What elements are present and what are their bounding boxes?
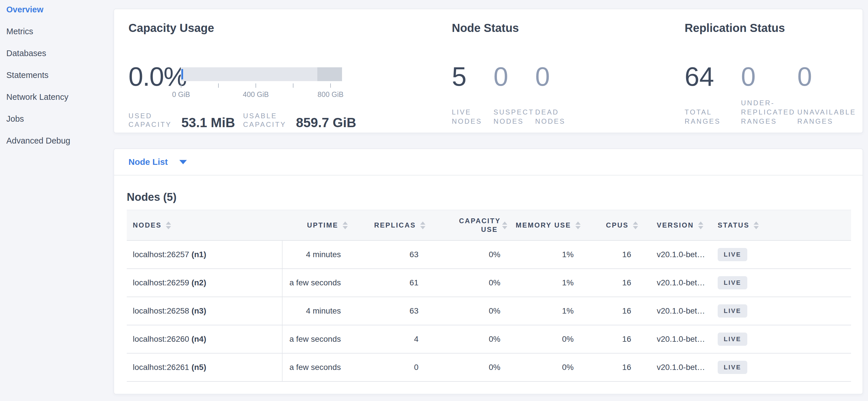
status-badge: LIVE [718, 248, 747, 261]
stat-label: TOTAL RANGES [685, 97, 741, 126]
capacity-bar [181, 67, 342, 81]
cluster-summary-card: Capacity Usage 0.0% [114, 9, 863, 133]
column-header-label: MEMORY USE [516, 221, 571, 230]
sidebar-item-statements[interactable]: Statements [6, 70, 110, 80]
uptime-cell: a few seconds [282, 353, 351, 381]
sidebar-item-network-latency[interactable]: Network Latency [6, 92, 110, 102]
node-address-cell[interactable]: localhost:26261(n5) [127, 353, 282, 381]
usable-capacity-metric: USABLE CAPACITY 859.7 GiB [243, 112, 356, 129]
node-row-n5[interactable]: localhost:26261(n5)a few seconds00%0%16v… [127, 353, 851, 381]
stat-label: SUSPECT NODES [494, 97, 535, 126]
capacity-bar-used-marker [181, 69, 183, 79]
cpus-cell: 16 [584, 353, 642, 381]
version-cell: v20.1.0-bet… [642, 269, 713, 297]
capacity-use-cell: 0% [429, 297, 511, 325]
sidebar-item-metrics[interactable]: Metrics [6, 26, 110, 36]
column-header-label: CPUS [606, 221, 628, 230]
chevron-down-icon[interactable] [179, 160, 187, 164]
column-header-label: NODES [133, 221, 161, 230]
cpus-cell: 16 [584, 240, 642, 269]
stat-unavailable-ranges: 0UNAVAILABLE RANGES [797, 63, 854, 126]
node-row-n3[interactable]: localhost:26258(n3)4 minutes630%1%16v20.… [127, 297, 851, 325]
nodes-section-title: Nodes (5) [127, 191, 850, 203]
sort-arrows-icon[interactable] [633, 222, 638, 229]
column-header-memory-use[interactable]: MEMORY USE [511, 210, 584, 240]
stat-label: UNDER-REPLICATED RANGES [741, 97, 797, 126]
capacity-usage-section: Capacity Usage 0.0% [128, 21, 447, 129]
sidebar-item-advanced-debug[interactable]: Advanced Debug [6, 136, 110, 146]
column-header-nodes[interactable]: NODES [127, 210, 282, 240]
cpus-cell: 16 [584, 325, 642, 353]
capacity-use-cell: 0% [429, 353, 511, 381]
stat-value: 5 [452, 63, 494, 90]
column-header-label: REPLICAS [374, 221, 416, 230]
sort-arrows-icon[interactable] [166, 222, 171, 229]
node-address-cell[interactable]: localhost:26257(n1) [127, 240, 282, 269]
node-address: localhost:26258 [133, 306, 189, 315]
stat-under-replicated-ranges: 0UNDER-REPLICATED RANGES [741, 63, 797, 126]
node-list-dropdown[interactable]: Node List [128, 157, 168, 167]
nodes-table: NODESUPTIMEREPLICASCAPACITY USEMEMORY US… [127, 210, 851, 382]
memory-use-cell: 1% [511, 269, 584, 297]
sort-arrows-icon[interactable] [343, 222, 348, 229]
status-badge: LIVE [718, 276, 747, 289]
memory-use-cell: 0% [511, 325, 584, 353]
replicas-cell: 63 [351, 297, 429, 325]
stat-value: 0 [494, 63, 535, 90]
column-header-capacity-use[interactable]: CAPACITY USE [429, 210, 511, 240]
version-cell: v20.1.0-bet… [642, 325, 713, 353]
used-capacity-label: USED CAPACITY [128, 112, 172, 129]
node-address-cell[interactable]: localhost:26260(n4) [127, 325, 282, 353]
node-row-n1[interactable]: localhost:26257(n1)4 minutes630%1%16v20.… [127, 240, 851, 269]
version-cell: v20.1.0-bet… [642, 353, 713, 381]
status-cell: LIVE [713, 240, 851, 269]
sidebar: OverviewMetricsDatabasesStatementsNetwor… [6, 5, 110, 157]
node-row-n4[interactable]: localhost:26260(n4)a few seconds40%0%16v… [127, 325, 851, 353]
sidebar-item-jobs[interactable]: Jobs [6, 114, 110, 124]
status-cell: LIVE [713, 269, 851, 297]
node-list-body: Nodes (5) NODESUPTIMEREPLICASCAPACITY US… [114, 191, 863, 382]
node-address-cell[interactable]: localhost:26258(n3) [127, 297, 282, 325]
status-cell: LIVE [713, 297, 851, 325]
capacity-gauge: 0.0% 0 GiB 400 GiB [128, 63, 447, 99]
sort-arrows-icon[interactable] [502, 222, 507, 229]
column-header-label: CAPACITY USE [459, 217, 498, 234]
stat-dead-nodes: 0DEAD NODES [535, 63, 577, 126]
stat-label: UNAVAILABLE RANGES [797, 97, 854, 126]
stat-label: LIVE NODES [452, 97, 494, 126]
replication-status-stats: 64TOTAL RANGES0UNDER-REPLICATED RANGES0U… [685, 63, 860, 126]
node-address: localhost:26257 [133, 250, 189, 259]
stat-value: 0 [535, 63, 577, 90]
column-header-cpus[interactable]: CPUS [584, 210, 642, 240]
nodes-table-header-row: NODESUPTIMEREPLICASCAPACITY USEMEMORY US… [127, 210, 851, 240]
node-list-card: Node List Nodes (5) NODESUPTIMEREPLICASC… [114, 148, 863, 394]
memory-use-cell: 0% [511, 353, 584, 381]
cpus-cell: 16 [584, 269, 642, 297]
memory-use-cell: 1% [511, 240, 584, 269]
replicas-cell: 0 [351, 353, 429, 381]
column-header-uptime[interactable]: UPTIME [282, 210, 351, 240]
node-address-cell[interactable]: localhost:26259(n2) [127, 269, 282, 297]
sort-arrows-icon[interactable] [698, 222, 703, 229]
sort-arrows-icon[interactable] [576, 222, 581, 229]
sidebar-item-overview[interactable]: Overview [6, 5, 110, 15]
uptime-cell: 4 minutes [282, 297, 351, 325]
column-header-status[interactable]: STATUS [713, 210, 851, 240]
node-id: (n1) [191, 250, 206, 259]
node-address: localhost:26260 [133, 335, 189, 343]
column-header-version[interactable]: VERSION [642, 210, 713, 240]
sort-arrows-icon[interactable] [754, 222, 759, 229]
stat-total-ranges: 64TOTAL RANGES [685, 63, 741, 126]
node-row-n2[interactable]: localhost:26259(n2)a few seconds610%1%16… [127, 269, 851, 297]
node-id: (n3) [191, 306, 206, 315]
axis-label-800gib: 800 GiB [318, 90, 343, 99]
replicas-cell: 4 [351, 325, 429, 353]
column-header-replicas[interactable]: REPLICAS [351, 210, 429, 240]
capacity-use-cell: 0% [429, 240, 511, 269]
status-cell: LIVE [713, 325, 851, 353]
stat-live-nodes: 5LIVE NODES [452, 63, 494, 126]
capacity-use-cell: 0% [429, 269, 511, 297]
status-badge: LIVE [718, 333, 747, 346]
sort-arrows-icon[interactable] [420, 222, 425, 229]
sidebar-item-databases[interactable]: Databases [6, 48, 110, 58]
